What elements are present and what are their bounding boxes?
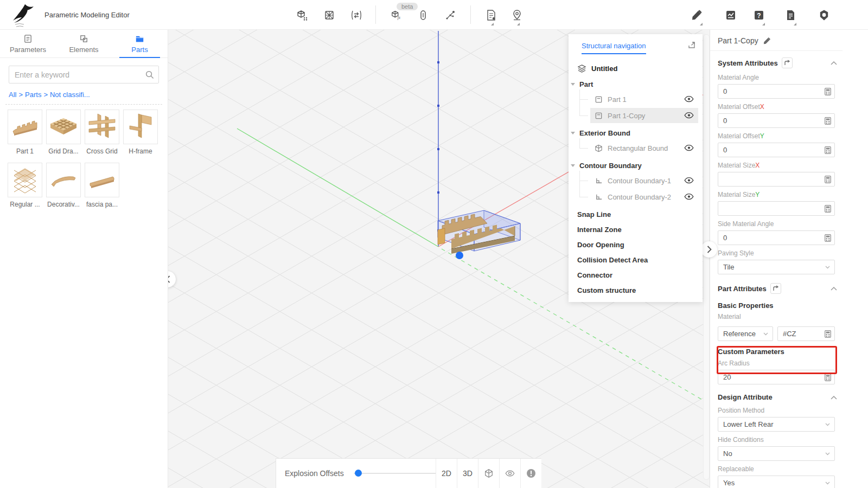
part-card-fascia[interactable]: fascia pa...	[85, 163, 119, 208]
dropdown-caret-icon[interactable]	[700, 23, 703, 25]
paving-style-select[interactable]: Tile	[718, 260, 835, 274]
inspector-collapse-handle[interactable]	[701, 241, 717, 258]
part-card-cross-grid[interactable]: Cross Grid	[85, 110, 119, 155]
breadcrumb-all[interactable]: All	[9, 91, 16, 99]
view-3d-button[interactable]: 3D	[457, 459, 478, 488]
calculator-icon[interactable]	[825, 176, 831, 183]
dropdown-caret-icon[interactable]	[491, 23, 494, 25]
tree-group-snap-line[interactable]: Snap Line	[569, 206, 703, 221]
material-source-select[interactable]: Reference	[718, 326, 773, 341]
material-size-y-input[interactable]	[718, 201, 835, 216]
explosion-offsets-slider[interactable]	[354, 470, 436, 477]
calculator-icon[interactable]	[825, 88, 831, 95]
visibility-eye-icon[interactable]	[684, 144, 694, 152]
rename-pencil-icon[interactable]	[763, 37, 771, 45]
breadcrumb-parts[interactable]: Parts	[25, 91, 41, 99]
replaceable-select[interactable]: Yes	[718, 476, 835, 488]
tree-root-untitled[interactable]: Untitled	[569, 59, 703, 75]
search-icon[interactable]	[145, 70, 154, 79]
lattice-icon-button[interactable]	[322, 8, 336, 22]
tree-group-custom-structure[interactable]: Custom structure	[569, 281, 703, 297]
document-list-button[interactable]	[783, 8, 797, 22]
part-attributes-header[interactable]: Part Attributes	[710, 274, 843, 295]
attribute-route-icon[interactable]	[782, 57, 793, 68]
attribute-route-icon[interactable]	[770, 283, 781, 294]
help-button[interactable]: ?	[752, 8, 766, 22]
link-ring-icon-button[interactable]	[416, 8, 430, 22]
collapse-section-icon[interactable]	[831, 286, 837, 291]
swap-arrows-icon-button[interactable]	[349, 8, 363, 22]
slider-knob[interactable]	[355, 470, 362, 477]
calculator-icon[interactable]	[825, 146, 831, 154]
tab-parts[interactable]: Parts	[112, 30, 168, 57]
selection-origin-dot[interactable]	[456, 252, 463, 259]
document-export-icon-button[interactable]	[484, 8, 498, 22]
part-card-decorative[interactable]: Decorativ...	[46, 163, 81, 208]
report-chart-button[interactable]	[724, 8, 738, 22]
position-method-select[interactable]: Lower Left Rear	[718, 417, 835, 432]
arc-radius-input[interactable]: 20	[718, 370, 835, 384]
tree-group-internal-zone[interactable]: Internal Zone	[569, 221, 703, 236]
tree-group-exterior-bound[interactable]: Exterior Bound	[569, 124, 703, 139]
calculator-icon[interactable]	[825, 117, 831, 125]
collapse-triangle-icon[interactable]	[571, 83, 575, 86]
edit-mode-button[interactable]	[690, 8, 704, 22]
tree-item-contour-boundary-1[interactable]: Contour Boundary-1	[590, 173, 698, 188]
part-card-part1[interactable]: Part 1	[8, 110, 42, 155]
calculator-icon[interactable]	[825, 330, 831, 338]
alerts-button[interactable]	[520, 459, 541, 488]
tree-group-collision-detect-area[interactable]: Collision Detect Area	[569, 251, 703, 266]
visibility-eye-icon[interactable]	[684, 95, 694, 103]
tree-item-rectangular-bound[interactable]: Rectangular Bound	[590, 140, 698, 156]
part-card-grid-drawer[interactable]: Grid Dra...	[46, 110, 81, 155]
material-code-input[interactable]: #CZ	[777, 326, 835, 341]
settings-button[interactable]	[817, 8, 831, 22]
part-card-h-frame[interactable]: H-frame	[123, 110, 158, 155]
model-part-sawtooth-strips[interactable]	[438, 210, 520, 259]
visibility-button[interactable]	[499, 459, 520, 488]
system-attributes-header[interactable]: System Attributes	[710, 51, 843, 69]
location-pin-icon-button[interactable]	[510, 8, 524, 22]
collapse-section-icon[interactable]	[831, 61, 837, 65]
collapse-triangle-icon[interactable]	[571, 164, 575, 167]
visibility-eye-icon[interactable]	[684, 193, 694, 201]
dropdown-caret-icon[interactable]	[517, 23, 520, 25]
collapse-triangle-icon[interactable]	[571, 132, 575, 134]
design-attribute-header[interactable]: Design Attribute	[710, 384, 843, 402]
material-size-x-input[interactable]	[718, 172, 835, 187]
view-2d-button[interactable]: 2D	[436, 459, 457, 488]
visibility-eye-icon[interactable]	[684, 177, 694, 184]
cube-view-button[interactable]	[478, 459, 499, 488]
visibility-eye-icon[interactable]	[684, 112, 694, 119]
structural-navigation-tab[interactable]: Structural navigation	[582, 42, 646, 54]
part-card-regular[interactable]: Regular ...	[8, 163, 42, 208]
hide-conditions-select[interactable]: No	[718, 446, 835, 461]
material-offset-x-input[interactable]: 0	[718, 113, 835, 128]
seagull-logo	[9, 2, 37, 28]
expand-panel-icon[interactable]	[687, 41, 696, 49]
calculator-icon[interactable]	[825, 205, 831, 213]
dropdown-caret-icon[interactable]	[762, 23, 765, 25]
breadcrumb-category[interactable]: Not classifi...	[50, 91, 90, 99]
tree-item-contour-boundary-2[interactable]: Contour Boundary-2	[590, 189, 698, 204]
calculator-icon[interactable]	[825, 374, 831, 381]
side-material-angle-input[interactable]: 0	[718, 230, 835, 245]
material-angle-input[interactable]: 0	[718, 84, 835, 99]
network-icon-button[interactable]	[443, 8, 457, 22]
search-input[interactable]	[9, 66, 159, 84]
tree-item-part-1-copy[interactable]: Part 1-Copy	[590, 108, 698, 123]
material-offset-y-input[interactable]: 0	[718, 143, 835, 157]
calculator-icon[interactable]	[825, 234, 831, 242]
tab-parameters[interactable]: Parameters	[0, 30, 56, 57]
slider-track[interactable]	[354, 473, 436, 474]
tree-item-part-1[interactable]: Part 1	[590, 92, 698, 107]
cube-dots-icon-button[interactable]	[295, 8, 309, 22]
tab-elements[interactable]: Elements	[56, 30, 112, 57]
tree-group-connector[interactable]: Connector	[569, 266, 703, 281]
collapse-section-icon[interactable]	[831, 395, 837, 400]
tree-group-contour-boundary[interactable]: Contour Boundary	[569, 157, 703, 172]
dropdown-caret-icon[interactable]	[794, 23, 796, 25]
tree-group-part[interactable]: Part	[569, 75, 703, 91]
sidebar-tabs: Parameters Elements Parts	[0, 30, 168, 58]
tree-group-door-opening[interactable]: Door Opening	[569, 236, 703, 251]
